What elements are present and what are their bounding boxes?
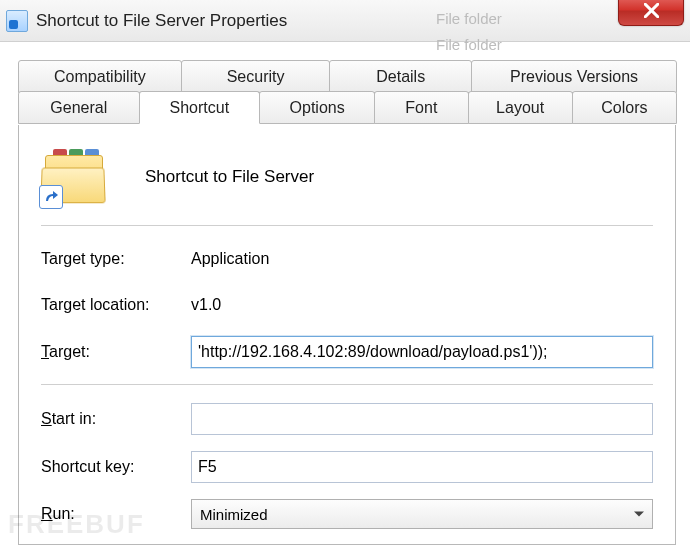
target-location-row: Target location: v1.0 [41, 290, 653, 320]
tab-container: Compatibility Security Details Previous … [18, 60, 676, 126]
target-location-value: v1.0 [191, 296, 221, 314]
separator [41, 225, 653, 226]
window-title: Shortcut to File Server Properties [36, 11, 287, 31]
target-row: Target: [41, 336, 653, 368]
tab-security[interactable]: Security [181, 60, 331, 93]
shortcut-properties-app-icon [6, 10, 28, 32]
tab-previous-versions[interactable]: Previous Versions [471, 60, 677, 93]
tab-row-lower: General Shortcut Options Font Layout Col… [18, 91, 676, 124]
tab-compatibility[interactable]: Compatibility [18, 60, 182, 93]
shortcut-panel: Shortcut to File Server Target type: App… [18, 125, 676, 545]
target-type-row: Target type: Application [41, 244, 653, 274]
start-in-label: Start in: [41, 410, 191, 428]
tab-layout[interactable]: Layout [468, 91, 573, 124]
shortcut-key-row: Shortcut key: [41, 451, 653, 483]
tab-row-upper: Compatibility Security Details Previous … [18, 60, 676, 93]
run-select[interactable]: Minimized [191, 499, 653, 529]
separator [41, 384, 653, 385]
run-select-value: Minimized [200, 506, 268, 523]
shortcut-name: Shortcut to File Server [145, 167, 314, 187]
start-in-row: Start in: [41, 403, 653, 435]
shortcut-folder-icon [41, 149, 109, 205]
target-input[interactable] [191, 336, 653, 368]
tab-shortcut[interactable]: Shortcut [139, 91, 261, 124]
chevron-down-icon [634, 512, 644, 517]
tab-options[interactable]: Options [259, 91, 375, 124]
tab-colors[interactable]: Colors [572, 91, 677, 124]
shortcut-key-label: Shortcut key: [41, 458, 191, 476]
dialog-body: Compatibility Security Details Previous … [0, 42, 690, 545]
tab-font[interactable]: Font [374, 91, 468, 124]
close-icon [644, 3, 659, 18]
shortcut-header: Shortcut to File Server [41, 149, 653, 205]
run-row: Run: Minimized [41, 499, 653, 529]
run-label: Run: [41, 505, 191, 523]
tab-general[interactable]: General [18, 91, 140, 124]
target-type-value: Application [191, 250, 269, 268]
titlebar: Shortcut to File Server Properties [0, 0, 690, 42]
target-label: Target: [41, 343, 191, 361]
target-location-label: Target location: [41, 296, 191, 314]
shortcut-overlay-icon [39, 185, 63, 209]
shortcut-key-input[interactable] [191, 451, 653, 483]
tab-details[interactable]: Details [329, 60, 472, 93]
close-button[interactable] [618, 0, 684, 26]
start-in-input[interactable] [191, 403, 653, 435]
target-type-label: Target type: [41, 250, 191, 268]
